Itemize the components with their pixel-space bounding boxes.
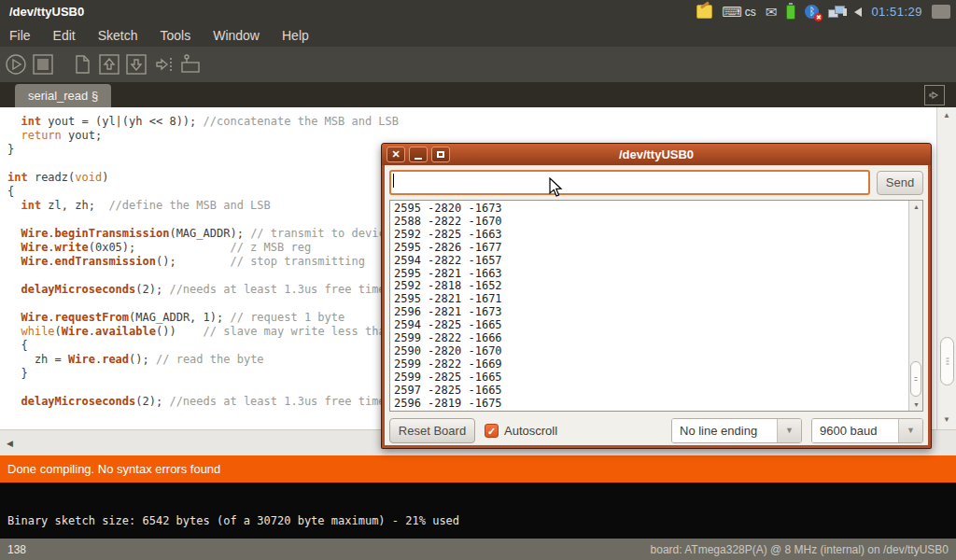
menubar: FileEditSketchToolsWindowHelp <box>0 23 956 47</box>
serial-line: 2595 -2821 -1663 <box>394 268 919 281</box>
serial-monitor-titlebar[interactable]: ✕ /dev/ttyUSB0 <box>382 144 931 165</box>
battery-icon[interactable] <box>786 5 795 20</box>
serial-line: 2595 -2820 -1673 <box>394 203 919 216</box>
window-title: /dev/ttyUSB0 <box>0 5 696 19</box>
keyboard-layout-label: cs <box>745 6 756 19</box>
tab-serial-read[interactable]: serial_read § <box>15 84 111 107</box>
serial-line: 2599 -2822 -1666 <box>394 332 919 345</box>
serial-line: 2596 -2821 -1673 <box>394 306 919 319</box>
keyboard-layout-indicator[interactable]: ⌨ cs <box>722 5 756 19</box>
autoscroll-checkbox[interactable]: ✓ <box>485 424 499 438</box>
serial-line: 2588 -2822 -1670 <box>394 216 919 229</box>
bluetooth-icon[interactable]: ᛒ <box>805 5 819 19</box>
mouse-cursor <box>549 177 564 202</box>
baud-rate-select[interactable]: 9600 baud ▼ <box>811 418 923 443</box>
scroll-down-icon[interactable]: ▼ <box>943 415 950 424</box>
serial-output-area[interactable]: 2595 -2820 -16732588 -2822 -16702592 -28… <box>389 200 923 412</box>
stop-button[interactable] <box>32 53 54 76</box>
clock[interactable]: 01:51:29 <box>871 5 922 19</box>
display-icon[interactable] <box>932 5 950 19</box>
serial-scroll-up-icon[interactable]: ▲ <box>913 203 920 210</box>
serial-scrollbar[interactable]: ▲ ▼ <box>908 201 922 411</box>
note-icon[interactable] <box>696 5 712 19</box>
compile-status-bar: Done compiling. No syntax errors found <box>0 455 956 483</box>
serial-send-input[interactable] <box>389 170 870 195</box>
serial-scroll-down-icon[interactable]: ▼ <box>913 401 920 408</box>
toolbar <box>0 47 956 82</box>
mail-icon[interactable]: ✉ <box>766 5 778 19</box>
serial-line: 2596 -2819 -1675 <box>394 398 919 411</box>
scroll-up-icon[interactable]: ▲ <box>943 111 950 119</box>
compile-status-message: Done compiling. No syntax errors found <box>7 462 220 476</box>
editor-scrollbar-thumb[interactable] <box>940 337 954 385</box>
line-number-indicator: 138 <box>7 543 26 556</box>
editor-vertical-scrollbar[interactable]: ▲ ▼ <box>936 107 956 429</box>
serial-monitor-window: ✕ /dev/ttyUSB0 Send 2595 -2820 -16732588… <box>381 143 932 449</box>
text-caret <box>393 174 394 188</box>
serial-scrollbar-thumb[interactable] <box>910 361 921 397</box>
serial-output-lines: 2595 -2820 -16732588 -2822 -16702592 -28… <box>390 201 922 412</box>
serial-line: 2597 -2825 -1665 <box>394 385 919 398</box>
scroll-left-icon[interactable]: ◀ <box>7 439 13 448</box>
serial-line: 2595 -2826 -1677 <box>394 242 919 255</box>
serial-line: 2594 -2825 -1665 <box>394 319 919 332</box>
close-icon[interactable]: ✕ <box>387 147 405 162</box>
tab-menu-icon[interactable] <box>924 85 945 105</box>
menu-help[interactable]: Help <box>282 28 309 43</box>
menu-edit[interactable]: Edit <box>53 28 76 43</box>
line-ending-value: No line ending <box>672 419 777 442</box>
upload-button[interactable] <box>152 53 175 76</box>
line-ending-select[interactable]: No line ending ▼ <box>671 418 802 443</box>
serial-monitor-button[interactable] <box>179 53 202 76</box>
arduino-ide-screen: /dev/ttyUSB0 ⌨ cs ✉ ᛒ 01:51:29 FileEditS… <box>0 0 956 560</box>
serial-monitor-title: /dev/ttyUSB0 <box>382 147 931 161</box>
tabbar: serial_read § <box>0 82 956 107</box>
serial-line: 2592 -2825 -1663 <box>394 229 919 242</box>
serial-line: 2599 -2825 -1665 <box>394 371 919 385</box>
keyboard-icon: ⌨ <box>722 5 742 19</box>
menu-tools[interactable]: Tools <box>161 28 191 43</box>
volume-icon[interactable] <box>854 7 862 17</box>
serial-line: 2590 -2820 -1670 <box>394 345 919 358</box>
save-sketch-button[interactable] <box>125 53 148 76</box>
maximize-icon[interactable] <box>431 147 450 162</box>
menu-file[interactable]: File <box>9 28 31 43</box>
board-info: board: ATmega328P(A) @ 8 MHz (internal) … <box>651 543 949 556</box>
verify-button[interactable] <box>5 53 27 76</box>
code-line: int yout = (yl|(yh << 8)); //concatenate… <box>7 115 936 129</box>
chevron-down-icon: ▼ <box>777 419 801 442</box>
send-button[interactable]: Send <box>877 171 923 195</box>
serial-line: 2592 -2818 -1652 <box>394 280 919 293</box>
menu-sketch[interactable]: Sketch <box>98 28 138 43</box>
autoscroll-label: Autoscroll <box>504 424 557 438</box>
minimize-icon[interactable] <box>409 147 428 162</box>
console-text: Binary sketch size: 6542 bytes (of a 307… <box>7 514 459 527</box>
system-tray: ⌨ cs ✉ ᛒ 01:51:29 <box>696 5 956 20</box>
system-titlebar: /dev/ttyUSB0 ⌨ cs ✉ ᛒ 01:51:29 <box>0 0 956 23</box>
serial-line: 2594 -2822 -1657 <box>394 255 919 268</box>
chevron-down-icon: ▼ <box>898 419 922 442</box>
new-sketch-button[interactable] <box>71 53 93 76</box>
menu-window[interactable]: Window <box>213 28 260 43</box>
serial-line: 2599 -2822 -1669 <box>394 358 919 371</box>
code-line: return yout; <box>7 129 936 143</box>
console-output: Binary sketch size: 6542 bytes (of a 307… <box>0 483 956 539</box>
open-sketch-button[interactable] <box>98 53 120 76</box>
baud-rate-value: 9600 baud <box>812 419 898 442</box>
reset-board-button[interactable]: Reset Board <box>389 418 475 443</box>
ide-statusbar: 138 board: ATmega328P(A) @ 8 MHz (intern… <box>0 539 956 560</box>
serial-monitor-body: Send 2595 -2820 -16732588 -2822 -1670259… <box>385 165 928 445</box>
serial-line: 2595 -2821 -1671 <box>394 293 919 306</box>
